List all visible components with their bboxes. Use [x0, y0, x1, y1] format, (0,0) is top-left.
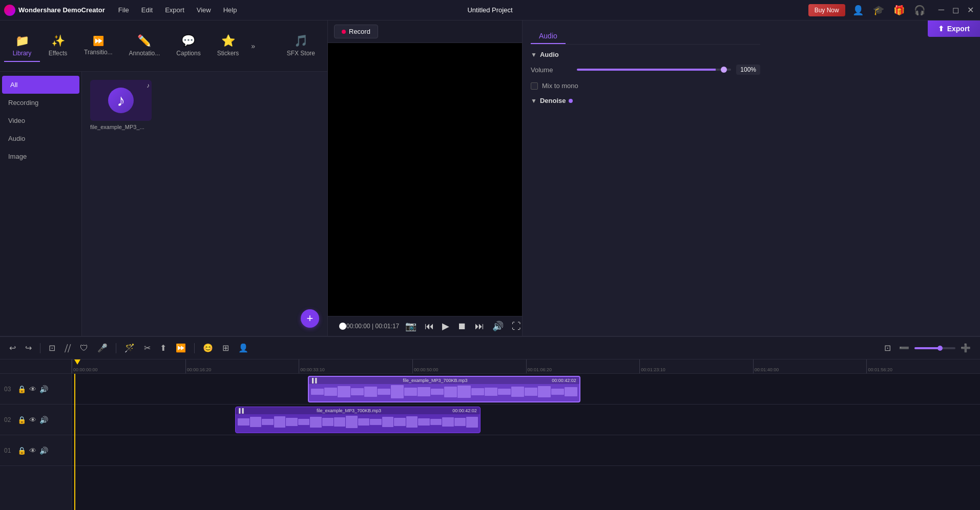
volume-button[interactable]: 🔊 [490, 320, 506, 333]
tab-annotations[interactable]: ✏️ Annotatio... [121, 30, 169, 62]
fullscreen-button[interactable]: ⛶ [510, 320, 523, 333]
library-tab-icon: 📁 [15, 34, 29, 48]
maximize-button[interactable]: ◻ [950, 5, 961, 15]
tab-transitions[interactable]: ⏩ Transitio... [76, 31, 121, 61]
mix-to-mono-row: Mix to mono [531, 82, 760, 90]
audio-icon-01[interactable]: 🔊 [39, 447, 48, 455]
export-button[interactable]: ⬆ Export [928, 20, 980, 37]
undo-button[interactable]: ↩ [6, 341, 19, 355]
emoji-button[interactable]: 😊 [200, 341, 216, 355]
headset-icon[interactable]: 🎧 [912, 4, 927, 17]
captions-tab-icon: 💬 [181, 34, 195, 48]
tab-sfx[interactable]: 🎵 SFX Store [279, 30, 323, 62]
menu-edit[interactable]: Edit [136, 4, 158, 16]
speed-button[interactable]: ⏩ [173, 341, 189, 355]
ruler-mark-7: 00:01:56:20 [866, 359, 980, 373]
lock-icon-03[interactable]: 🔒 [17, 385, 26, 393]
clip-03-duration: 00:00:42:02 [552, 378, 576, 383]
denoise-section-arrow: ▼ [531, 97, 537, 104]
track-row-02[interactable]: ▌▌ file_example_MP3_700KB.mp3 00:00:42:0… [72, 405, 980, 435]
split-button[interactable]: ⧸⧸ [61, 342, 74, 355]
record-button[interactable]: Record [334, 25, 378, 38]
skip-forward-button[interactable]: ⏭ [473, 320, 486, 333]
audio-clip-02[interactable]: ▌▌ file_example_MP3_700KB.mp3 00:00:42:0… [235, 407, 481, 433]
media-area: ♪ ♪ file_example_MP3_... + [82, 72, 327, 336]
timeline-section: ↩ ↪ ⊡ ⧸⧸ 🛡 🎤 🪄 ✂ ⬆ ⏩ 😊 ⊞ 👤 ⊡ ➖ ➕ [0, 336, 980, 510]
volume-slider[interactable] [577, 69, 731, 71]
person-button[interactable]: 👤 [235, 341, 252, 355]
fit-timeline-button[interactable]: ⊡ [881, 341, 894, 355]
timeline-toolbar: ↩ ↪ ⊡ ⧸⧸ 🛡 🎤 🪄 ✂ ⬆ ⏩ 😊 ⊞ 👤 ⊡ ➖ ➕ [0, 337, 980, 359]
crop-button[interactable]: ⊡ [46, 341, 58, 355]
layout-button[interactable]: ⊞ [219, 341, 232, 355]
cut-button[interactable]: ✂ [141, 341, 154, 355]
menu-file[interactable]: File [113, 4, 134, 16]
scrubber-thumb [339, 323, 346, 330]
stickers-tab-icon: ⭐ [221, 34, 235, 48]
profile-icon[interactable]: 👤 [850, 4, 866, 17]
denoise-section-header[interactable]: ▼ Denoise [531, 97, 760, 104]
lock-icon-01[interactable]: 🔒 [17, 447, 26, 455]
close-button[interactable]: ✕ [965, 5, 976, 15]
tab-transitions-label: Transitio... [84, 49, 113, 56]
clip-03-waveform-icon: ▌▌ [312, 378, 319, 383]
audio-icon-02[interactable]: 🔊 [39, 416, 48, 424]
timeline-tracks-label: 03 🔒 👁 🔊 02 🔒 👁 🔊 01 🔒 👁 🔊 [0, 359, 72, 510]
mix-to-mono-checkbox[interactable] [531, 82, 538, 90]
sidebar-item-recording[interactable]: Recording [0, 94, 81, 112]
sidebar-item-image[interactable]: Image [0, 147, 81, 165]
skip-back-button[interactable]: ⏮ [423, 320, 436, 333]
eye-icon-02[interactable]: 👁 [29, 416, 36, 424]
export-timeline-button[interactable]: ⬆ [157, 341, 170, 355]
minimize-button[interactable]: ─ [936, 5, 946, 15]
audio-icon-03[interactable]: 🔊 [39, 385, 48, 393]
menu-help[interactable]: Help [218, 4, 242, 16]
audio-clip-03-selected[interactable]: ▌▌ file_example_MP3_700KB.mp3 00:00:42:0… [308, 376, 580, 402]
menu-export[interactable]: Export [160, 4, 190, 16]
panel-tab-audio[interactable]: Audio [531, 29, 566, 44]
ruler-mark-6: 00:01:40:00 [753, 359, 867, 373]
playhead-line [74, 374, 75, 510]
magic-button[interactable]: 🪄 [121, 341, 138, 355]
sidebar-item-all[interactable]: All [2, 76, 79, 94]
denoise-section-label: Denoise [540, 97, 566, 104]
audio-section-header[interactable]: ▼ Audio [531, 51, 760, 58]
media-file-thumb[interactable]: ♪ ♪ [90, 80, 152, 121]
sidebar-item-audio[interactable]: Audio [0, 130, 81, 147]
record-dot-icon [342, 30, 346, 34]
ruler-mark-4: 00:01:06:20 [526, 359, 640, 373]
redo-button[interactable]: ↪ [22, 341, 35, 355]
zoom-out-button[interactable]: ➖ [896, 341, 912, 355]
tab-captions[interactable]: 💬 Captions [168, 30, 208, 62]
add-media-button[interactable]: + [301, 309, 319, 328]
gift-icon[interactable]: 🎁 [891, 4, 907, 17]
eye-icon-03[interactable]: 👁 [29, 385, 36, 393]
track-row-03[interactable]: ▌▌ file_example_MP3_700KB.mp3 00:00:42:0… [72, 374, 980, 405]
tab-effects[interactable]: ✨ Effects [40, 30, 76, 62]
track-num-03: 03 [4, 386, 14, 393]
more-tabs-button[interactable]: » [247, 38, 259, 54]
stop-button[interactable]: ⏹ [455, 320, 469, 333]
mic-button[interactable]: 🎤 [94, 341, 111, 355]
export-label: Export [947, 25, 970, 33]
preview-controls: 00:00:00 | 00:01:17 📷 ⏮ ▶ ⏹ ⏭ 🔊 ⛶ Fit ▾ [328, 316, 522, 336]
tab-stickers[interactable]: ⭐ Stickers [209, 30, 247, 62]
sfx-tab-icon: 🎵 [294, 34, 308, 48]
eye-icon-01[interactable]: 👁 [29, 447, 36, 455]
sidebar-item-video[interactable]: Video [0, 112, 81, 130]
lock-icon-02[interactable]: 🔒 [17, 416, 26, 424]
zoom-slider[interactable] [914, 347, 955, 349]
menu-view[interactable]: View [192, 4, 216, 16]
graduation-icon[interactable]: 🎓 [871, 4, 886, 17]
window-controls: ─ ◻ ✕ [936, 5, 976, 15]
track-row-01[interactable] [72, 435, 980, 466]
library-panel: All Recording Video Audio Image [0, 72, 327, 336]
play-button[interactable]: ▶ [440, 320, 451, 333]
zoom-in-button[interactable]: ➕ [957, 341, 974, 355]
shield-button[interactable]: 🛡 [77, 342, 91, 355]
tab-library[interactable]: 📁 Library [4, 30, 40, 62]
track-label-03: 03 🔒 👁 🔊 [0, 374, 71, 405]
app-logo: Wondershare DemoCreator [4, 5, 105, 16]
buy-now-button[interactable]: Buy Now [808, 4, 845, 16]
screenshot-button[interactable]: 📷 [403, 320, 419, 333]
